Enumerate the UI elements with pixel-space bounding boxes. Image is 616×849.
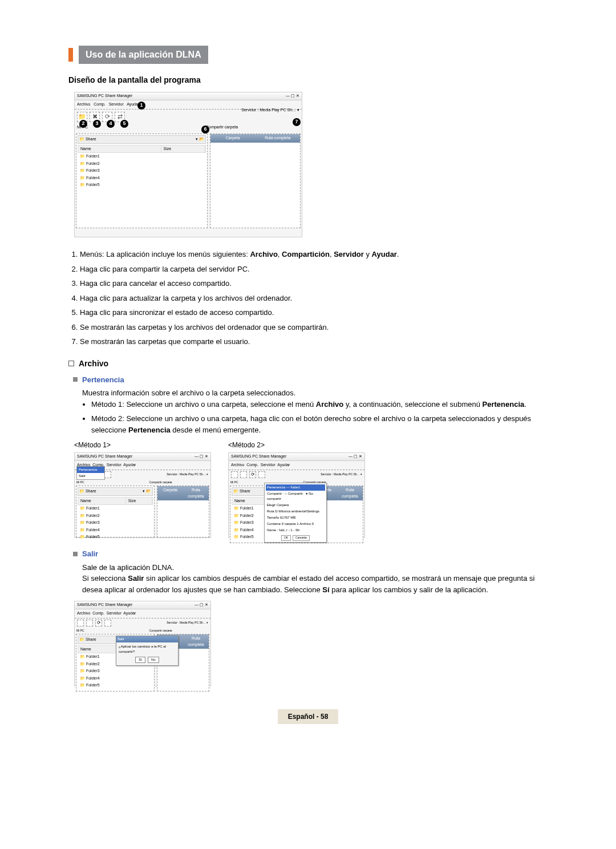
square-bullet-icon (73, 552, 78, 556)
salir-paragraph: Si selecciona Salir sin aplicar los camb… (82, 573, 548, 595)
pertenencia-heading: Pertenencia (73, 374, 548, 386)
desc-4: Haga clic para actualizar la carpeta y l… (80, 293, 548, 304)
dialog-title: Salir (116, 636, 178, 642)
col-size: Size (161, 145, 205, 153)
screenshot-main: SAMSUNG PC Share Manager — ▢ ✕ Archivo C… (74, 92, 302, 237)
dialog-yes-button[interactable]: Sí (135, 657, 145, 663)
screenshot-method2: SAMSUNG PC Share Manager— ▢ ✕ Archivo Co… (228, 452, 365, 538)
salir-heading: Salir (73, 548, 548, 560)
method2-label: <Método 2> (228, 440, 365, 450)
menu-comp[interactable]: Comp. (94, 102, 106, 106)
col-name: Name (78, 145, 161, 153)
desc-2: Haga clic para compartir la carpeta del … (80, 264, 548, 275)
callout-1: 1 (137, 102, 145, 110)
layout-heading: Diseño de la pantalla del programa (68, 74, 548, 86)
ctx-ok-button[interactable]: OK (281, 535, 291, 541)
pertenencia-desc: Muestra información sobre el archivo o l… (82, 387, 548, 399)
folder-row[interactable]: 📁 Folder3 (78, 167, 206, 175)
window-controls: — ▢ ✕ (286, 93, 299, 99)
method1-label: <Método 1> (74, 440, 211, 450)
path-bar[interactable]: 📁 Share ▾ 📂 (78, 135, 206, 144)
ctx-info: Name : fold..r - 1 - Sh (266, 527, 325, 533)
context-menu[interactable]: Pertenencia — Folder1 Compartir : ○ Comp… (264, 483, 327, 543)
ctx-info: Contiene 0 carpeta 1 Archivo 0 (266, 521, 325, 527)
metodo1-text: Método 1: Seleccione un archivo o una ca… (91, 399, 548, 410)
callout-3: 3 (93, 120, 101, 128)
left-columns: Name Size (78, 145, 206, 153)
callout-5: 5 (120, 120, 128, 128)
server-label: Servidor : (241, 108, 258, 112)
server-value[interactable]: Media Play PC Sh… (260, 108, 296, 112)
footer-lang: Español - (288, 713, 321, 721)
col-carpeta: Carpeta (210, 134, 256, 143)
window-titlebar: SAMSUNG PC Share Manager — ▢ ✕ (75, 92, 302, 100)
method-screenshots: <Método 1> SAMSUNG PC Share Manager— ▢ ✕… (74, 440, 548, 538)
folder-row[interactable]: 📁 Folder1 (78, 153, 206, 160)
desc-6: Se mostrarán las carpetas y los archivos… (80, 322, 548, 333)
screenshot-method1: SAMSUNG PC Share Manager— ▢ ✕ Archivo Co… (74, 452, 211, 538)
window-title: SAMSUNG PC Share Manager (77, 93, 132, 99)
pertenencia-methods: Método 1: Seleccione un archivo o una ca… (91, 399, 548, 436)
square-bullet-icon (73, 377, 78, 382)
salir-desc: Sale de la aplicación DLNA. (82, 562, 548, 573)
section-header: Uso de la aplicación DLNA (68, 46, 548, 64)
right-pane[interactable]: Carpeta Ruta completa (210, 134, 301, 228)
square-bullet-icon (68, 361, 74, 366)
desc-5: Haga clic para sincronizar el estado de … (80, 307, 548, 318)
metodo2-text: Método 2: Seleccione un archivo o una ca… (91, 413, 548, 435)
archivo-heading: Archivo (68, 358, 548, 370)
pertenencia-label: Pertenencia (82, 374, 124, 386)
folder-row[interactable]: 📁 Folder5 (78, 181, 206, 189)
confirm-dialog: Salir ¿Aplicar los cambios a la PC al co… (116, 636, 179, 666)
menu-item-pertenencia[interactable]: Pertenencia (77, 467, 104, 473)
desc-7: Se mostrarán las carpetas que comparte e… (80, 336, 548, 347)
page-footer: Español - 58 (68, 709, 548, 724)
menu-archivo[interactable]: Archivo (77, 102, 90, 106)
folder-row[interactable]: 📁 Folder4 (78, 175, 206, 182)
callout-4: 4 (107, 120, 115, 128)
archivo-label: Archivo (79, 358, 108, 370)
ctx-cancel-button[interactable]: Cancelar (293, 535, 310, 541)
screenshot-salir: SAMSUNG PC Share Manager— ▢ ✕ Archivo Co… (74, 601, 211, 686)
ctx-info: Ruta D:\Música ambiental\Settings (266, 508, 325, 515)
callout-7: 7 (293, 118, 301, 126)
callout-6: 6 (201, 126, 209, 134)
left-pane[interactable]: 📁 Share ▾ 📂 Name Size 📁 Folder1 📁 Folder… (76, 134, 208, 228)
section-title: Uso de la aplicación DLNA (79, 46, 208, 64)
salir-label: Salir (82, 548, 98, 560)
accent-bar (68, 48, 73, 62)
callout-descriptions: Menús: La aplicación incluye los menús s… (68, 249, 548, 347)
menu-item-salir[interactable]: Salir (77, 473, 104, 479)
ctx-info: Elegir Carpeta (266, 502, 325, 508)
footer-page: 58 (321, 713, 328, 721)
archivo-menu-open[interactable]: Pertenencia Salir (76, 466, 105, 480)
desc-3: Haga clic para cancelar el acceso compar… (80, 278, 548, 289)
dialog-message: ¿Aplicar los cambios a la PC al comparti… (119, 644, 176, 654)
ctx-radio-row[interactable]: Compartir : ○ Compartir ● No compartir (266, 491, 325, 502)
ctx-info: Tamaño 61767 MB (266, 515, 325, 521)
ctx-title: Pertenencia — Folder1 (266, 484, 325, 491)
callout-2: 2 (79, 120, 87, 128)
menu-servidor[interactable]: Servidor (109, 102, 124, 106)
right-columns: Carpeta Ruta completa (210, 134, 300, 143)
dialog-no-button[interactable]: No (148, 657, 159, 663)
server-indicator: Servidor : Media Play PC Sh… ▾ (241, 107, 299, 114)
col-ruta: Ruta completa (255, 134, 300, 143)
desc-1: Menús: La aplicación incluye los menús s… (80, 249, 548, 260)
shared-label: Compartir carpeta (206, 124, 238, 131)
folder-row[interactable]: 📁 Folder2 (78, 160, 206, 168)
